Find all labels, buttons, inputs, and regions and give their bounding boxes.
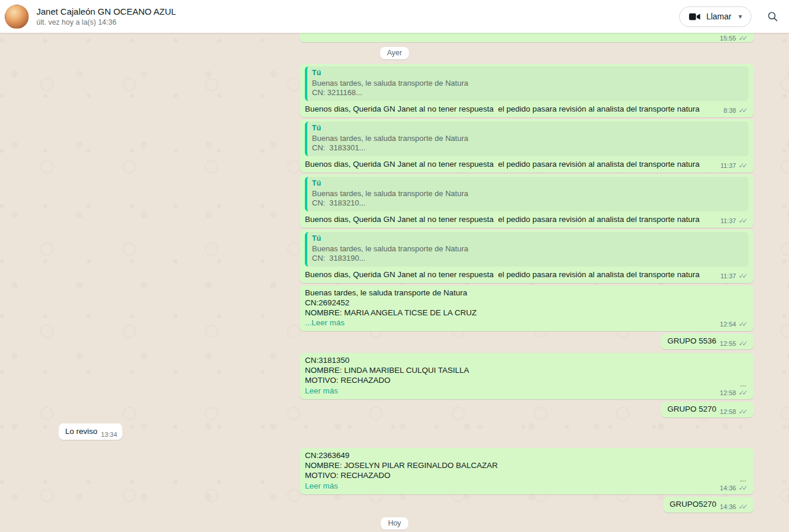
message-meta: 11:37	[712, 162, 748, 169]
sent-message[interactable]: Tú Buenas tardes, le saluda transporte d…	[300, 119, 754, 173]
contact-name: Janet Cajaleón GN OCEANO AZUL	[36, 6, 176, 17]
sent-message-partial[interactable]: 15:55	[300, 33, 754, 42]
sent-message[interactable]: Tú Buenas tardes, le saluda transporte d…	[300, 230, 754, 283]
quote-text: Buenas tardes, le saluda transporte de N…	[312, 134, 743, 143]
message-time: 14:36	[720, 503, 736, 510]
message-text: NOMBRE: LINDA MARIBEL CULQUI TASILLA	[305, 365, 748, 375]
message-time: 13:34	[101, 431, 117, 438]
chat-header: Janet Cajaleón GN OCEANO AZUL últ. vez h…	[0, 0, 789, 33]
message-text: Buenos dias, Querida GN Janet al no tene…	[305, 104, 700, 114]
quote-author: Tú	[312, 69, 743, 78]
message-meta: 11:37	[712, 272, 748, 280]
sent-message[interactable]: Tú Buenas tardes, le saluda transporte d…	[300, 174, 754, 228]
quoted-reply[interactable]: Tú Buenas tardes, le saluda transporte d…	[305, 232, 748, 267]
message-time: 12:58	[720, 408, 736, 415]
video-camera-icon	[689, 12, 701, 21]
header-actions: Llamar ▾	[679, 6, 778, 27]
sent-message[interactable]: GRUPO 5536 12:55	[661, 334, 754, 349]
search-button[interactable]	[767, 11, 778, 22]
date-separator-today: Hoy	[381, 517, 408, 530]
sent-message[interactable]: Buenas tardes, le saluda transporte de N…	[300, 285, 754, 331]
read-more-link[interactable]: Leer más	[305, 386, 338, 396]
message-text: NOMBRE: MARIA ANGELA TICSE DE LA CRUZ	[305, 308, 748, 318]
message-row: GRUPO5270 14:36	[0, 497, 789, 513]
message-row: CN:3181350 NOMBRE: LINDA MARIBEL CULQUI …	[0, 353, 789, 399]
message-meta: 12:58	[716, 408, 748, 415]
sent-message[interactable]: Tú Buenas tardes, le saluda transporte d…	[300, 64, 754, 117]
message-meta: 13:34	[98, 431, 117, 438]
message-row: GRUPO 5270 12:58	[0, 402, 789, 417]
message-meta: 8:38	[715, 107, 748, 114]
quoted-reply[interactable]: Tú Buenas tardes, le saluda transporte d…	[305, 66, 748, 101]
quote-author: Tú	[312, 234, 743, 243]
truncation-ellipsis: ...	[740, 380, 748, 388]
message-row: Tú Buenas tardes, le saluda transporte d…	[0, 64, 789, 117]
message-row: 15:55	[0, 33, 789, 42]
double-check-icon	[738, 341, 748, 347]
double-check-icon	[738, 163, 748, 169]
message-text: CN:2692452	[305, 298, 748, 308]
message-time: 12:55	[720, 340, 736, 347]
message-text: GRUPO5270	[670, 500, 717, 509]
date-separator-row: Ayer	[0, 47, 789, 59]
message-time: 11:37	[720, 272, 736, 280]
quote-cn: CN: 3211168...	[312, 88, 743, 97]
whatsapp-chat-window: Janet Cajaleón GN OCEANO AZUL últ. vez h…	[0, 0, 789, 532]
message-text: GRUPO 5536	[667, 336, 716, 346]
message-text: Buenos dias, Querida GN Janet al no tene…	[305, 270, 700, 280]
double-check-icon	[738, 107, 748, 114]
sent-message[interactable]: GRUPO5270 14:36	[663, 497, 754, 513]
date-separator-yesterday: Ayer	[380, 47, 409, 59]
message-row: GRUPO 5536 12:55	[0, 334, 789, 349]
message-row: Lo reviso 13:34	[0, 423, 789, 440]
message-row: CN:2363649 NOMBRE: JOSELYN PILAR REGINAL…	[0, 448, 789, 494]
sent-message[interactable]: CN:2363649 NOMBRE: JOSELYN PILAR REGINAL…	[300, 448, 754, 494]
message-text: MOTIVO: RECHAZADO	[305, 470, 748, 480]
message-row: Buenas tardes, le saluda transporte de N…	[0, 285, 789, 331]
double-check-icon	[738, 390, 748, 396]
last-seen-status: últ. vez hoy a la(s) 14:36	[36, 18, 176, 28]
message-row: Tú Buenas tardes, le saluda transporte d…	[0, 230, 789, 283]
contact-avatar[interactable]	[5, 5, 29, 29]
message-time: 12:54	[720, 321, 736, 328]
sent-message[interactable]: GRUPO 5270 12:58	[661, 402, 754, 417]
quote-text: Buenas tardes, le saluda transporte de N…	[312, 189, 743, 198]
quote-cn: CN: 3183190...	[312, 254, 743, 263]
message-meta: 15:55	[711, 35, 748, 42]
quoted-reply[interactable]: Tú Buenas tardes, le saluda transporte d…	[305, 177, 748, 211]
quote-author: Tú	[312, 124, 743, 133]
contact-info[interactable]: Janet Cajaleón GN OCEANO AZUL últ. vez h…	[36, 6, 176, 28]
search-icon	[767, 11, 778, 22]
message-meta: 12:55	[716, 340, 748, 347]
truncation-ellipsis: ...	[740, 475, 748, 483]
chat-message-panel[interactable]: 15:55 Ayer Tú Buenas tardes, le saluda t…	[0, 33, 789, 532]
received-message[interactable]: Lo reviso 13:34	[59, 423, 122, 440]
message-text: Buenos dias, Querida GN Janet al no tene…	[305, 159, 700, 169]
message-meta: 11:37	[712, 217, 748, 224]
call-button[interactable]: Llamar ▾	[679, 6, 751, 27]
message-row: Tú Buenas tardes, le saluda transporte d…	[0, 174, 789, 228]
double-check-icon	[738, 321, 748, 328]
call-button-label: Llamar	[706, 12, 731, 21]
quote-text: Buenas tardes, le saluda transporte de N…	[312, 244, 743, 254]
message-meta: ... 14:36	[720, 475, 748, 491]
double-check-icon	[738, 409, 748, 415]
read-more-link[interactable]: ...Leer más	[305, 318, 345, 328]
message-time: 11:37	[720, 162, 736, 169]
read-more-link[interactable]: Leer más	[305, 481, 338, 491]
message-meta: 12:54	[711, 321, 748, 328]
double-check-icon	[738, 485, 748, 491]
chevron-down-icon[interactable]: ▾	[738, 12, 742, 21]
quoted-reply[interactable]: Tú Buenas tardes, le saluda transporte d…	[305, 122, 748, 156]
message-time: 12:58	[720, 389, 736, 396]
message-text: GRUPO 5270	[667, 405, 716, 414]
double-check-icon	[738, 504, 748, 510]
quote-text: Buenas tardes, le saluda transporte de N…	[312, 79, 743, 88]
message-text: MOTIVO: RECHAZADO	[305, 375, 748, 385]
quote-cn: CN: 3183210...	[312, 198, 743, 208]
message-text: NOMBRE: JOSELYN PILAR REGINALDO BALCAZAR	[305, 460, 748, 470]
sent-message[interactable]: CN:3181350 NOMBRE: LINDA MARIBEL CULQUI …	[300, 353, 754, 399]
quote-author: Tú	[312, 179, 743, 188]
message-meta: 14:36	[716, 503, 748, 510]
message-meta: ... 12:58	[720, 380, 748, 396]
